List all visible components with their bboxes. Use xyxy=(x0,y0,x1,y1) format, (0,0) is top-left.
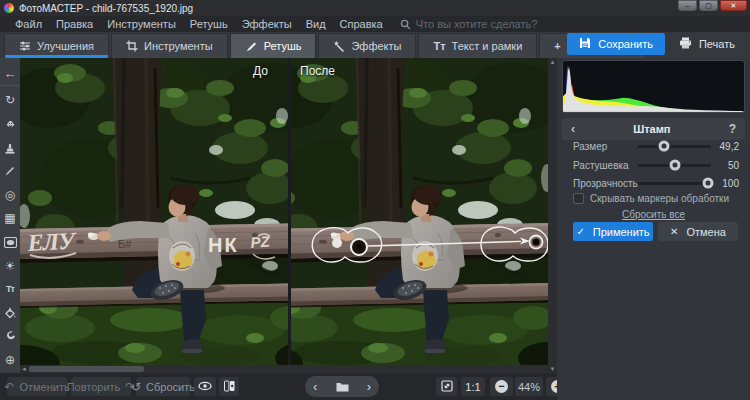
scroll-up-arrow[interactable]: ▲ xyxy=(550,58,556,66)
graffiti-left-tag: ЕЛУ xyxy=(26,227,78,256)
photomaster-window: ФотоМАСТЕР - child-767535_1920.jpg – ▢ ✕… xyxy=(0,0,750,400)
fit-screen-button[interactable] xyxy=(436,377,457,396)
healing-patch-tool-button[interactable] xyxy=(0,113,20,135)
menu-retouch[interactable]: Ретушь xyxy=(183,18,235,30)
fit-screen-icon xyxy=(441,380,453,394)
menu-edit[interactable]: Правка xyxy=(49,18,100,30)
prev-photo-button[interactable]: ‹ xyxy=(313,380,317,393)
cancel-button[interactable]: ✕ Отмена xyxy=(658,222,738,241)
feather-slider-row: Растушевка 50 xyxy=(562,158,745,172)
tool-panel-header: ‹ Штамп ? xyxy=(562,118,745,140)
print-button[interactable]: Печать xyxy=(669,33,745,55)
actual-size-button[interactable]: 1:1 xyxy=(461,377,485,396)
mosaic-grid-tool-button[interactable]: ▦ xyxy=(0,208,20,230)
opacity-slider-value: 100 xyxy=(711,178,745,189)
feather-slider-thumb[interactable] xyxy=(669,160,680,171)
size-slider-thumb[interactable] xyxy=(658,141,669,152)
size-slider-row: Размер 49,2 xyxy=(562,139,745,153)
rotate-tool-button[interactable]: ↻ xyxy=(0,90,20,112)
hide-markers-checkbox[interactable] xyxy=(573,193,584,204)
tab-enhancements[interactable]: Улучшения xyxy=(4,33,109,58)
brightness-tool-button[interactable]: ☀ xyxy=(0,255,20,277)
scroll-down-arrow[interactable]: ▼ xyxy=(550,365,556,373)
horizontal-scrollbar[interactable]: ◄ xyxy=(20,365,548,373)
panel-back-button[interactable]: ‹ xyxy=(571,122,575,136)
tools-sidebar: ← ↻ ◎ ▦ ☀ Tт ⊕ xyxy=(0,58,20,373)
zoom-level: 44% xyxy=(515,377,543,396)
tool-panel-title: Штамп xyxy=(633,123,670,135)
paint-splotch xyxy=(332,238,342,248)
tab-tools[interactable]: Инструменты xyxy=(111,33,228,58)
feather-slider[interactable] xyxy=(638,164,711,167)
horizontal-scroll-thumb[interactable] xyxy=(29,366,144,372)
before-image: ЕЛУ Б# НК РZ xyxy=(20,58,288,365)
reset-button[interactable]: ↺ Сбросить xyxy=(136,377,190,396)
menu-help[interactable]: Справка xyxy=(333,18,390,30)
reset-icon: ↺ xyxy=(131,380,141,394)
undo-button[interactable]: ↶ Отменить xyxy=(7,377,67,396)
maximize-button[interactable]: ▢ xyxy=(699,0,718,11)
opacity-slider[interactable] xyxy=(638,182,711,185)
tab-label: Ретушь xyxy=(264,40,302,52)
tab-label: Улучшения xyxy=(37,40,94,52)
brush-icon xyxy=(245,40,258,53)
clone-stamp-tool-button[interactable] xyxy=(0,137,20,159)
panel-help-button[interactable]: ? xyxy=(729,122,736,136)
tab-effects[interactable]: Эффекты xyxy=(318,33,416,58)
back-arrow-button[interactable]: ← xyxy=(0,62,20,86)
smudge-tool-button[interactable] xyxy=(0,326,20,348)
apply-label: Применить xyxy=(593,226,650,238)
x-icon: ✕ xyxy=(670,226,678,237)
quick-search[interactable]: Что вы хотите сделать? xyxy=(400,18,538,30)
check-icon: ✓ xyxy=(576,226,584,237)
plus-icon: + xyxy=(554,40,560,52)
tab-text-frames[interactable]: Tт Текст и рамки xyxy=(418,33,537,58)
minimize-button[interactable]: – xyxy=(678,0,697,11)
zoom-out-button[interactable]: − xyxy=(490,377,513,396)
graffiti-carving: Б# xyxy=(118,238,132,250)
save-button[interactable]: Сохранить xyxy=(567,33,665,55)
before-label: До xyxy=(253,64,268,78)
text-tool-button[interactable]: Tт xyxy=(0,278,20,300)
close-button[interactable]: ✕ xyxy=(720,0,747,11)
menu-view[interactable]: Вид xyxy=(299,18,333,30)
app-logo-icon xyxy=(4,3,14,13)
printer-icon xyxy=(679,37,692,51)
search-icon xyxy=(400,19,411,30)
title-bar: ФотоМАСТЕР - child-767535_1920.jpg – ▢ ✕ xyxy=(0,0,750,16)
size-slider[interactable] xyxy=(638,145,711,148)
folder-icon[interactable] xyxy=(336,378,349,396)
stamp-source-area xyxy=(312,228,381,262)
undo-label: Отменить xyxy=(19,381,69,393)
crop-icon xyxy=(126,40,138,52)
print-label: Печать xyxy=(699,38,735,50)
crosshair-tool-button[interactable]: ⊕ xyxy=(0,349,20,371)
next-photo-button[interactable]: › xyxy=(367,380,371,393)
photo-canvas[interactable]: ЕЛУ Б# НК РZ До После xyxy=(20,58,548,365)
blur-circle-tool-button[interactable]: ◎ xyxy=(0,184,20,206)
feather-slider-label: Растушевка xyxy=(562,160,638,171)
graffiti-mid-tag: НК xyxy=(208,234,239,256)
brush-tool-button[interactable] xyxy=(0,160,20,182)
tab-label: Эффекты xyxy=(351,40,401,52)
tab-retouch[interactable]: Ретушь xyxy=(230,33,317,58)
menu-tools[interactable]: Инструменты xyxy=(100,18,183,30)
hide-markers-option[interactable]: Скрывать маркеры обработки xyxy=(573,193,729,204)
vertical-scrollbar[interactable]: ▲ ▼ xyxy=(548,58,557,373)
redo-button[interactable]: Повторить ↷ xyxy=(71,377,131,396)
scroll-left-arrow[interactable]: ◄ xyxy=(21,366,27,372)
tab-label: Текст и рамки xyxy=(452,40,523,52)
fill-bucket-tool-button[interactable] xyxy=(0,302,20,324)
opacity-slider-thumb[interactable] xyxy=(703,178,714,189)
apply-button[interactable]: ✓ Применить xyxy=(573,222,653,241)
opacity-slider-label: Прозрачность xyxy=(562,178,638,189)
show-original-button[interactable] xyxy=(194,377,216,396)
compare-view-button[interactable] xyxy=(219,377,239,396)
vignette-tool-button[interactable] xyxy=(0,231,20,253)
settings-panel: ‹ Штамп ? Размер 49,2 Растушевка 50 Проз… xyxy=(557,58,750,400)
clone-stamp-markers[interactable] xyxy=(291,58,548,365)
menu-file[interactable]: Файл xyxy=(8,18,49,30)
menu-effects[interactable]: Эффекты xyxy=(235,18,299,30)
reset-all-link[interactable]: Сбросить все xyxy=(557,209,750,220)
reset-label: Сбросить xyxy=(146,381,195,393)
